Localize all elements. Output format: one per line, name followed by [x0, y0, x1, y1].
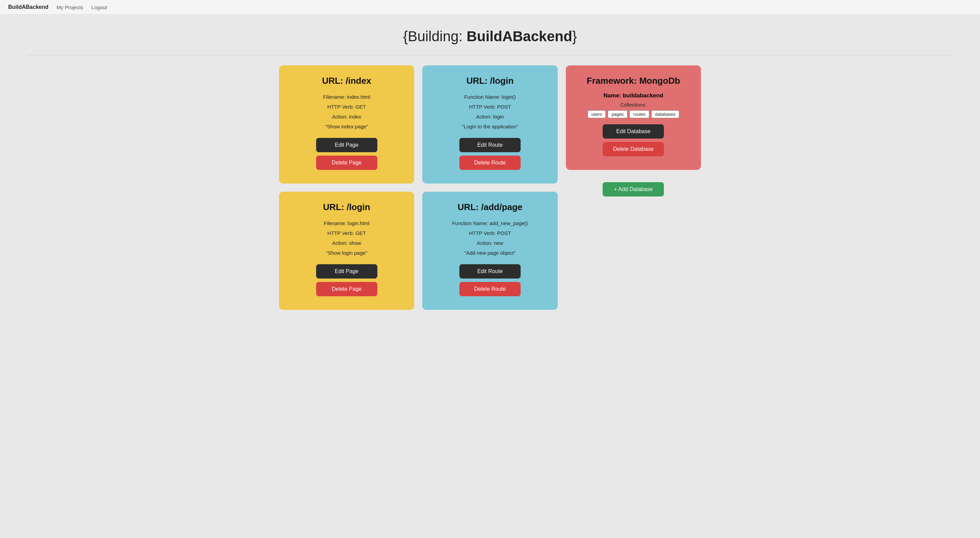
- route-card-1-title: URL: /login: [430, 76, 549, 86]
- edit-page-2-button[interactable]: Edit Page: [316, 264, 377, 279]
- delete-page-1-button[interactable]: Delete Page: [316, 156, 377, 170]
- route-card-1-info: Function Name: login() HTTP Verb: POST A…: [430, 92, 549, 131]
- page-card-1-info: Filename: index.html HTTP Verb: GET Acti…: [287, 92, 406, 131]
- database-card: Framework: MongoDb Name: buildabackend C…: [566, 65, 701, 170]
- add-database-button[interactable]: + Add Database: [603, 182, 664, 196]
- page-card-2: URL: /login Filename: login.html HTTP Ve…: [279, 192, 414, 310]
- edit-database-button[interactable]: Edit Database: [603, 124, 664, 139]
- nav-brand[interactable]: BuildABackend: [8, 4, 48, 10]
- collections-tags: users pages routes databases: [574, 110, 693, 118]
- nav-my-projects[interactable]: My Projects: [56, 5, 83, 10]
- routes-column: URL: /login Function Name: login() HTTP …: [422, 65, 557, 310]
- header-divider: [27, 55, 953, 55]
- database-column: Framework: MongoDb Name: buildabackend C…: [566, 65, 701, 310]
- page-card-1-description: "Show index page": [287, 122, 406, 131]
- route-card-2-info: Function Name: add_new_page() HTTP Verb:…: [430, 219, 549, 257]
- page-card-1-title: URL: /index: [287, 76, 406, 86]
- database-name: Name: buildabackend: [574, 92, 693, 99]
- tag-pages: pages: [608, 110, 627, 118]
- route-card-1: URL: /login Function Name: login() HTTP …: [422, 65, 557, 184]
- edit-route-1-button[interactable]: Edit Route: [460, 138, 520, 152]
- route-card-2: URL: /add/page Function Name: add_new_pa…: [422, 192, 557, 310]
- page-card-2-description: "Show login page": [287, 248, 406, 257]
- delete-route-2-button[interactable]: Delete Route: [460, 282, 520, 296]
- nav-logout[interactable]: Logout: [92, 5, 107, 10]
- pages-column: URL: /index Filename: index.html HTTP Ve…: [279, 65, 414, 310]
- page-title: {Building: BuildABackend}: [7, 28, 973, 45]
- tag-routes: routes: [630, 110, 649, 118]
- delete-page-2-button[interactable]: Delete Page: [316, 282, 377, 296]
- page-card-1-action: Action: index: [287, 112, 406, 121]
- route-card-1-action: Action: login: [430, 112, 549, 121]
- route-card-1-description: "Login to the application": [430, 122, 549, 131]
- add-database-wrapper: + Add Database: [566, 176, 701, 200]
- page-card-1-filename: Filename: index.html: [287, 92, 406, 102]
- page-header: {Building: BuildABackend}: [0, 14, 980, 51]
- page-title-prefix: {Building: BuildABackend}: [403, 28, 577, 44]
- tag-users: users: [588, 110, 606, 118]
- route-card-1-function: Function Name: login(): [430, 92, 549, 102]
- page-card-1: URL: /index Filename: index.html HTTP Ve…: [279, 65, 414, 184]
- edit-route-2-button[interactable]: Edit Route: [460, 264, 520, 279]
- delete-database-button[interactable]: Delete Database: [603, 142, 664, 156]
- navbar: BuildABackend My Projects Logout: [0, 0, 980, 14]
- route-card-2-function: Function Name: add_new_page(): [430, 219, 549, 228]
- route-card-2-verb: HTTP Verb: POST: [430, 228, 549, 238]
- route-card-2-title: URL: /add/page: [430, 202, 549, 212]
- page-card-2-title: URL: /login: [287, 202, 406, 212]
- route-card-1-verb: HTTP Verb: POST: [430, 102, 549, 111]
- page-card-2-verb: HTTP Verb: GET: [287, 228, 406, 238]
- page-card-2-info: Filename: login.html HTTP Verb: GET Acti…: [287, 219, 406, 257]
- main-content: URL: /index Filename: index.html HTTP Ve…: [252, 65, 728, 324]
- tag-databases: databases: [651, 110, 679, 118]
- page-card-1-verb: HTTP Verb: GET: [287, 102, 406, 111]
- route-card-2-action: Action: new: [430, 238, 549, 247]
- edit-page-1-button[interactable]: Edit Page: [316, 138, 377, 152]
- page-card-2-filename: Filename: login.html: [287, 219, 406, 228]
- page-title-project: BuildABackend: [466, 28, 572, 44]
- route-card-2-description: "Add new page object": [430, 248, 549, 257]
- delete-route-1-button[interactable]: Delete Route: [460, 156, 520, 170]
- collections-label: Collections:: [574, 102, 693, 108]
- database-card-title: Framework: MongoDb: [574, 76, 693, 86]
- page-card-2-action: Action: show: [287, 238, 406, 247]
